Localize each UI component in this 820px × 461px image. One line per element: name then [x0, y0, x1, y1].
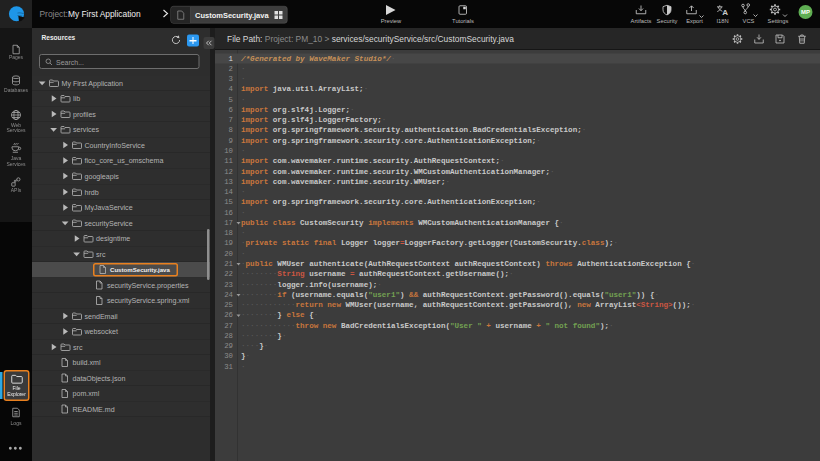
svg-text:A: A: [722, 8, 728, 17]
